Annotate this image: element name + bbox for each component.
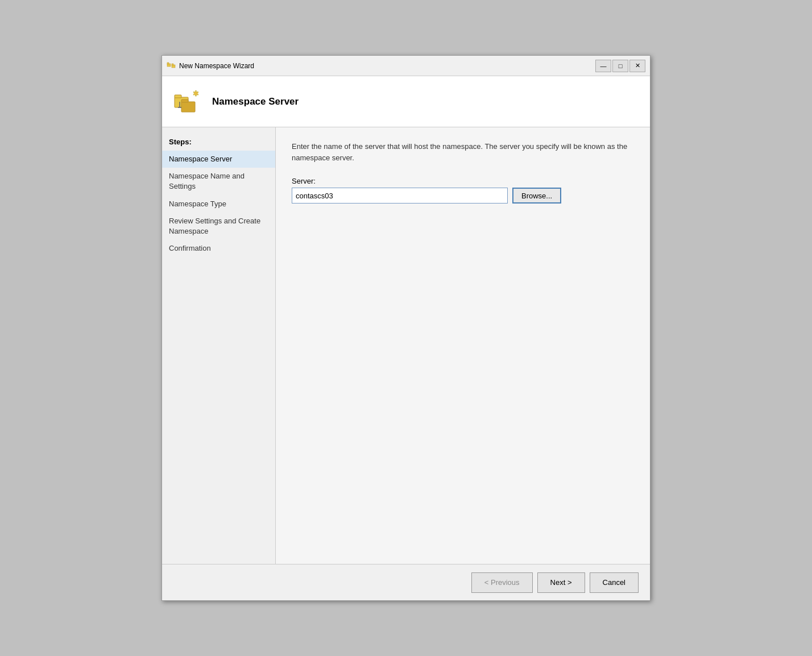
wizard-window: New Namespace Wizard — □ ✕ ✱ Namespace S… — [161, 55, 651, 601]
page-header: ✱ Namespace Server — [162, 76, 650, 127]
next-button[interactable]: Next > — [537, 572, 585, 593]
server-label: Server: — [292, 177, 634, 185]
steps-heading: Steps: — [162, 135, 275, 151]
main-panel: Enter the name of the server that will h… — [276, 127, 650, 564]
steps-panel: Steps: Namespace Server Namespace Name a… — [162, 127, 276, 564]
svg-rect-5 — [175, 95, 181, 98]
svg-rect-6 — [181, 102, 195, 112]
svg-rect-1 — [167, 63, 169, 64]
window-title: New Namespace Wizard — [179, 62, 254, 70]
browse-button[interactable]: Browse... — [512, 188, 561, 204]
step-confirmation[interactable]: Confirmation — [162, 240, 275, 257]
svg-rect-3 — [172, 64, 173, 65]
minimize-button[interactable]: — — [595, 60, 611, 72]
title-bar: New Namespace Wizard — □ ✕ — [162, 56, 650, 76]
svg-text:✱: ✱ — [193, 89, 199, 98]
title-bar-controls: — □ ✕ — [595, 60, 645, 72]
maximize-button[interactable]: □ — [612, 60, 628, 72]
description-text: Enter the name of the server that will h… — [292, 141, 634, 163]
step-review-settings[interactable]: Review Settings and Create Namespace — [162, 213, 275, 240]
server-input[interactable] — [292, 188, 508, 204]
footer: < Previous Next > Cancel — [162, 564, 650, 600]
close-button[interactable]: ✕ — [629, 60, 645, 72]
content-area: Steps: Namespace Server Namespace Name a… — [162, 127, 650, 564]
svg-rect-7 — [181, 99, 188, 102]
step-namespace-server[interactable]: Namespace Server — [162, 151, 275, 168]
server-field-group: Server: Browse... — [292, 177, 634, 204]
title-bar-left: New Namespace Wizard — [167, 61, 254, 70]
step-namespace-type[interactable]: Namespace Type — [162, 196, 275, 213]
cancel-button[interactable]: Cancel — [590, 572, 639, 593]
window-icon — [167, 61, 176, 70]
previous-button[interactable]: < Previous — [471, 572, 533, 593]
step-namespace-name[interactable]: Namespace Name and Settings — [162, 168, 275, 195]
server-input-row: Browse... — [292, 188, 634, 204]
dfs-icon: ✱ — [173, 87, 203, 117]
page-title: Namespace Server — [212, 96, 299, 107]
